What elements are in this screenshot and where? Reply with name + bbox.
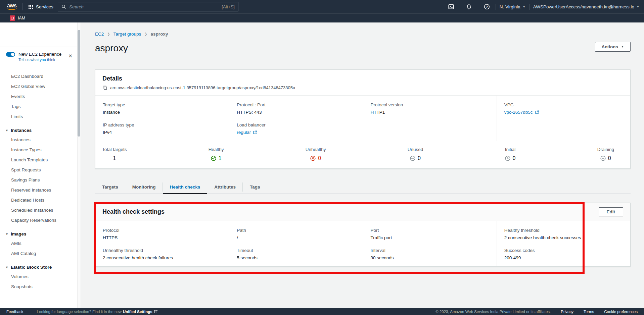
field-label: Load balancer — [237, 122, 357, 127]
field-label: Protocol : Port — [237, 102, 357, 107]
services-grid-icon — [29, 5, 33, 9]
new-ec2-experience-banner: New EC2 Experience Tell us what you thin… — [0, 47, 81, 66]
sidebar-section-instances[interactable]: ▼ Instances — [0, 125, 81, 135]
chevron-down-icon: ▼ — [637, 5, 639, 8]
unified-settings-link[interactable]: Unified Settings — [123, 310, 152, 314]
stat-unhealthy: Unhealthy 0 — [306, 147, 326, 161]
tab-monitoring[interactable]: Monitoring — [125, 181, 163, 194]
tab-bar: Targets Monitoring Health checks Attribu… — [95, 181, 631, 194]
external-link-icon — [154, 310, 158, 314]
sidebar-item-capacity-reservations[interactable]: Capacity Reservations — [0, 215, 81, 225]
sidebar-item-tags[interactable]: Tags — [0, 102, 81, 112]
check-circle-icon — [211, 156, 216, 161]
tab-attributes[interactable]: Attributes — [207, 181, 243, 194]
sidebar-item-dedicated-hosts[interactable]: Dedicated Hosts — [0, 195, 81, 205]
terms-link[interactable]: Terms — [584, 310, 594, 314]
minus-circle-icon — [600, 156, 606, 161]
console-footer: Feedback Looking for language selection?… — [0, 308, 644, 315]
tab-tags[interactable]: Tags — [243, 181, 267, 194]
load-balancer-link[interactable]: regular — [237, 130, 357, 135]
aws-logo[interactable]: aws — [5, 3, 18, 10]
sidebar-item-amis[interactable]: AMIs — [0, 239, 81, 249]
triangle-down-icon: ▼ — [5, 129, 8, 132]
breadcrumb-target-groups[interactable]: Target groups — [113, 32, 141, 37]
field-label: Protocol version — [371, 102, 491, 107]
nav-divider — [529, 4, 530, 10]
tab-health-checks[interactable]: Health checks — [163, 181, 208, 194]
feedback-link[interactable]: Feedback — [6, 310, 24, 314]
triangle-down-icon: ▼ — [5, 266, 8, 269]
actions-button[interactable]: Actions ▼ — [595, 42, 631, 52]
sidebar-item-limits[interactable]: Limits — [0, 112, 81, 122]
edit-button[interactable]: Edit — [599, 207, 624, 216]
field-label: Success codes — [504, 248, 624, 253]
target-health-summary: Total targets 1 Healthy 1 Unhealthy 0 — [95, 141, 630, 168]
clock-icon — [505, 156, 510, 161]
health-check-settings-heading: Health check settings — [102, 208, 165, 215]
sidebar-item-ec2-global-view[interactable]: EC2 Global View — [0, 82, 81, 92]
field-value: / — [237, 235, 357, 240]
copy-arn-button[interactable] — [102, 85, 107, 90]
sidebar-section-images[interactable]: ▼ Images — [0, 229, 81, 239]
tell-us-link[interactable]: Tell us what you think — [18, 58, 76, 62]
notifications-button[interactable] — [464, 2, 474, 11]
nav-divider — [496, 4, 496, 10]
favorites-bar: IAM — [0, 13, 644, 22]
copy-icon — [102, 85, 107, 90]
sidebar-item-volumes[interactable]: Volumes — [0, 272, 81, 282]
sidebar-item-launch-templates[interactable]: Launch Templates — [0, 155, 81, 165]
tab-targets[interactable]: Targets — [95, 181, 125, 194]
stat-initial: Initial 0 — [505, 147, 516, 161]
external-link-icon — [535, 110, 539, 114]
sidebar-item-reserved-instances[interactable]: Reserved Instances — [0, 185, 81, 195]
nav-divider — [22, 3, 22, 10]
services-menu-button[interactable]: Services — [27, 3, 55, 11]
field-label: Unhealthy threshold — [103, 248, 223, 253]
language-selection-note: Looking for language selection? Find it … — [37, 310, 158, 314]
cloudshell-button[interactable] — [446, 2, 456, 11]
ec2-sidebar: New EC2 Experience Tell us what you thin… — [0, 22, 81, 308]
sidebar-item-ec2-dashboard[interactable]: EC2 Dashboard — [0, 71, 81, 82]
sidebar-item-savings-plans[interactable]: Savings Plans — [0, 175, 81, 185]
region-selector[interactable]: N. Virginia ▼ — [500, 4, 525, 9]
cookie-preferences-link[interactable]: Cookie preferences — [604, 310, 638, 314]
field-label: Path — [237, 228, 357, 233]
account-label: AWSPowerUserAccess/navaneeth.kn@harness.… — [533, 4, 634, 9]
sidebar-item-scheduled-instances[interactable]: Scheduled Instances — [0, 205, 81, 215]
vpc-link[interactable]: vpc-2657db5c — [504, 110, 624, 115]
nav-divider — [460, 4, 460, 10]
sidebar-section-elastic-block-store[interactable]: ▼ Elastic Block Store — [0, 262, 81, 272]
svg-text:?: ? — [486, 5, 488, 8]
account-menu[interactable]: AWSPowerUserAccess/navaneeth.kn@harness.… — [533, 4, 639, 9]
help-button[interactable]: ? — [482, 2, 492, 11]
search-icon — [61, 4, 66, 9]
sidebar-item-instance-types[interactable]: Instance Types — [0, 145, 81, 155]
field-value: HTTPS: 443 — [237, 110, 357, 115]
sidebar-item-ami-catalog[interactable]: AMI Catalog — [0, 249, 81, 259]
field-label: Timeout — [237, 248, 357, 253]
new-experience-toggle[interactable] — [6, 52, 15, 57]
field-value: IPv4 — [103, 130, 223, 135]
iam-service-icon — [10, 15, 15, 21]
field-value: Traffic port — [371, 235, 491, 240]
stat-draining: Draining 0 — [597, 147, 614, 161]
page-title: asproxy — [95, 42, 128, 55]
sidebar-item-events[interactable]: Events — [0, 92, 81, 102]
breadcrumb: EC2 ❯ Target groups ❯ asproxy — [95, 32, 631, 37]
sidebar-item-snapshots[interactable]: Snapshots — [0, 282, 81, 292]
global-search-box[interactable]: [Alt+S] — [58, 2, 238, 11]
external-link-icon — [253, 130, 257, 135]
search-input[interactable] — [69, 4, 222, 9]
sidebar-item-instances[interactable]: Instances — [0, 135, 81, 145]
field-value: 2 consecutive health check successes — [504, 235, 624, 240]
close-icon[interactable]: ✕ — [68, 53, 73, 58]
sidebar-item-spot-requests[interactable]: Spot Requests — [0, 165, 81, 175]
sidebar-scrollbar-thumb[interactable] — [78, 30, 80, 137]
services-label: Services — [36, 4, 53, 9]
favorite-iam-link[interactable]: IAM — [18, 16, 25, 20]
privacy-link[interactable]: Privacy — [561, 310, 573, 314]
ellipsis-circle-icon — [410, 156, 415, 161]
field-value: 30 seconds — [371, 255, 491, 260]
breadcrumb-ec2[interactable]: EC2 — [95, 32, 104, 37]
bell-icon — [466, 4, 472, 10]
